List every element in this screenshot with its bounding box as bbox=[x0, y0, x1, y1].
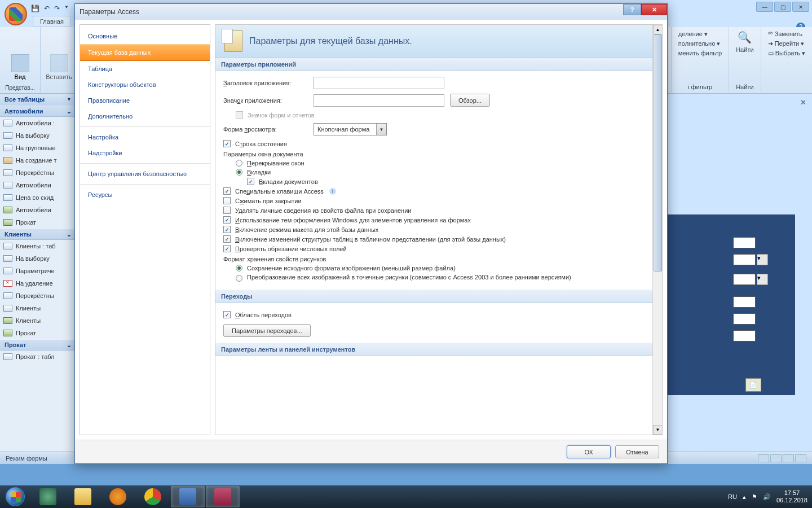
doctabs-checkbox[interactable] bbox=[247, 178, 254, 185]
taskbar-access[interactable] bbox=[206, 486, 240, 507]
dialog-nav-item[interactable]: Надстройки bbox=[80, 145, 210, 161]
pic-convert-radio[interactable] bbox=[236, 275, 242, 282]
dialog-titlebar[interactable]: Параметры Access ? ✕ bbox=[75, 4, 667, 20]
bg-dropdown-icon[interactable]: ▾ bbox=[757, 274, 768, 285]
info-icon[interactable]: i bbox=[329, 188, 336, 195]
dialog-nav-item[interactable]: Ресурсы bbox=[80, 187, 210, 203]
nav-item[interactable]: Параметриче bbox=[0, 265, 76, 277]
taskbar-explorer[interactable] bbox=[66, 486, 100, 507]
taskbar-chrome[interactable] bbox=[136, 486, 170, 507]
office-button[interactable] bbox=[5, 3, 27, 25]
dialog-close-button[interactable]: ✕ bbox=[641, 4, 667, 15]
browse-button[interactable]: Обзор... bbox=[450, 94, 490, 107]
dialog-nav-item[interactable]: Таблица bbox=[80, 61, 210, 77]
tray-flag-icon[interactable]: ⚑ bbox=[752, 493, 757, 501]
content-close-icon[interactable]: ✕ bbox=[800, 98, 806, 107]
chevron-down-icon[interactable]: ▼ bbox=[67, 97, 72, 102]
bg-minimize[interactable]: — bbox=[756, 2, 773, 12]
nav-item[interactable]: Прокат bbox=[0, 327, 76, 339]
goto-btn[interactable]: ➜ Перейти ▾ bbox=[768, 40, 805, 47]
bg-close[interactable]: ✕ bbox=[792, 2, 809, 12]
dialog-nav-item[interactable]: Текущая база данных bbox=[80, 44, 210, 61]
winthemes-checkbox[interactable] bbox=[223, 216, 231, 224]
tray-volume-icon[interactable]: 🔊 bbox=[763, 493, 771, 501]
tab-home[interactable]: Главная bbox=[33, 16, 71, 27]
taskbar-app-1[interactable] bbox=[31, 486, 65, 507]
nav-category[interactable]: Прокат ⌄ bbox=[0, 339, 76, 351]
view-mode-4[interactable] bbox=[795, 454, 806, 462]
nav-item[interactable]: Клиенты bbox=[0, 302, 76, 314]
replace-btn[interactable]: ᵃᵇ Заменить bbox=[768, 30, 805, 38]
qat-save-icon[interactable]: 💾 bbox=[31, 5, 39, 12]
tray-chevron-icon[interactable]: ▴ bbox=[743, 493, 746, 501]
dialog-nav-item[interactable]: Конструкторы объектов bbox=[80, 77, 210, 93]
nav-item[interactable]: Прокат : табл bbox=[0, 351, 76, 363]
bg-maximize[interactable]: ▢ bbox=[774, 2, 791, 12]
layoutview-checkbox[interactable] bbox=[223, 226, 231, 233]
nav-item[interactable]: На создание т bbox=[0, 154, 76, 167]
select-btn[interactable]: ▭ Выбрать ▾ bbox=[768, 50, 805, 57]
dialog-nav-item[interactable]: Дополнительно bbox=[80, 108, 210, 124]
nav-item[interactable]: Перекрёстны bbox=[0, 290, 76, 302]
dialog-help-button[interactable]: ? bbox=[623, 4, 641, 15]
qat-undo-icon[interactable]: ↶ bbox=[44, 5, 50, 12]
bg-form-button[interactable]: 📄 bbox=[745, 378, 761, 392]
view-mode-2[interactable] bbox=[770, 454, 782, 462]
view-mode-1[interactable] bbox=[758, 454, 769, 462]
nav-item[interactable]: Клиенты bbox=[0, 314, 76, 327]
view-button[interactable]: Вид bbox=[9, 52, 32, 82]
find-icon[interactable]: 🔍 bbox=[738, 30, 752, 44]
nav-category[interactable]: Клиенты ⌄ bbox=[0, 229, 76, 240]
qat-dropdown-icon[interactable]: ▼ bbox=[64, 5, 69, 12]
tabs-radio[interactable] bbox=[236, 169, 242, 176]
pic-preserve-radio[interactable] bbox=[236, 265, 242, 271]
taskbar-word[interactable] bbox=[171, 486, 205, 507]
nav-item[interactable]: На групповые bbox=[0, 142, 76, 154]
scroll-thumb[interactable] bbox=[654, 34, 662, 271]
nav-item[interactable]: На выборку bbox=[0, 252, 76, 265]
nav-item[interactable]: Автомобили : bbox=[0, 117, 76, 129]
nav-item[interactable]: Автомобили bbox=[0, 179, 76, 191]
scroll-up-icon[interactable]: ▲ bbox=[653, 25, 663, 34]
dialog-nav-item[interactable]: Правописание bbox=[80, 93, 210, 108]
paste-button[interactable]: Вставить bbox=[43, 52, 74, 82]
dialog-nav-item[interactable]: Центр управления безопасностью bbox=[80, 166, 210, 182]
nav-item[interactable]: На выборку bbox=[0, 129, 76, 142]
advanced-btn[interactable]: полнительно ▾ bbox=[678, 40, 722, 47]
bg-dropdown-icon[interactable]: ▾ bbox=[757, 254, 768, 265]
selection-btn[interactable]: деление ▾ bbox=[678, 30, 722, 38]
overlap-radio[interactable] bbox=[236, 160, 242, 167]
find-label[interactable]: Найти bbox=[736, 46, 753, 53]
language-indicator[interactable]: RU bbox=[728, 493, 737, 500]
taskbar-mediaplayer[interactable] bbox=[101, 486, 135, 507]
shownavpane-checkbox[interactable] bbox=[223, 311, 231, 318]
statusbar-checkbox[interactable] bbox=[223, 140, 231, 147]
nav-item[interactable]: Клиенты : таб bbox=[0, 240, 76, 252]
removeinfo-checkbox[interactable] bbox=[223, 207, 231, 214]
nav-item[interactable]: Прокат bbox=[0, 216, 76, 229]
dialog-nav-item[interactable]: Настройка bbox=[80, 129, 210, 145]
dialog-nav-item[interactable]: Основные bbox=[80, 28, 210, 44]
nav-item[interactable]: Перекрёстны bbox=[0, 167, 76, 179]
app-title-input[interactable] bbox=[314, 77, 444, 89]
cancel-button[interactable]: Отмена bbox=[615, 445, 659, 458]
displayform-select[interactable]: Кнопочная форма▼ bbox=[314, 123, 387, 135]
qat-redo-icon[interactable]: ↷ bbox=[54, 5, 60, 12]
navoptions-button[interactable]: Параметры переходов... bbox=[223, 324, 311, 337]
nav-item[interactable]: На удаление bbox=[0, 277, 76, 290]
app-icon-input[interactable] bbox=[314, 94, 444, 107]
ok-button[interactable]: ОК bbox=[567, 445, 611, 458]
nav-item[interactable]: Автомобили bbox=[0, 204, 76, 216]
checktrunc-checkbox[interactable] bbox=[223, 245, 231, 252]
nav-item[interactable]: Цена со скид bbox=[0, 191, 76, 204]
start-button[interactable] bbox=[0, 485, 30, 508]
tray-clock[interactable]: 17:57 06.12.2018 bbox=[776, 489, 807, 504]
content-scrollbar[interactable]: ▲ ▼ bbox=[652, 25, 662, 435]
nav-pane-header[interactable]: Все таблицы▼ bbox=[0, 94, 76, 106]
scroll-down-icon[interactable]: ▼ bbox=[653, 425, 663, 435]
specialkeys-checkbox[interactable] bbox=[223, 187, 231, 195]
designchanges-checkbox[interactable] bbox=[223, 235, 231, 243]
compact-checkbox[interactable] bbox=[223, 197, 231, 204]
nav-category[interactable]: Автомобили ⌄ bbox=[0, 106, 76, 117]
togglefilter-btn[interactable]: менить фильтр bbox=[678, 50, 722, 56]
